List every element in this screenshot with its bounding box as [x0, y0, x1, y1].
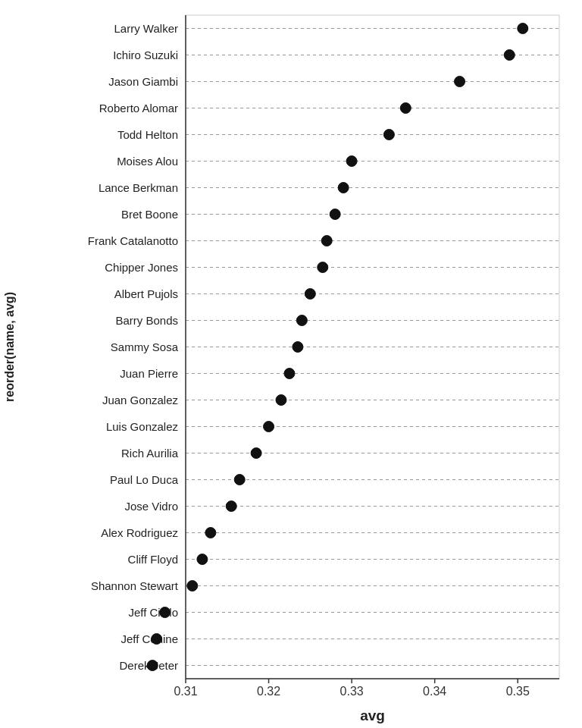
- svg-text:avg: avg: [360, 708, 385, 723]
- svg-point-57: [321, 236, 332, 246]
- svg-point-55: [330, 209, 340, 220]
- svg-text:Chipper Jones: Chipper Jones: [105, 261, 178, 274]
- svg-text:Jose Vidro: Jose Vidro: [124, 500, 178, 513]
- chart-container: 0.310.320.330.340.35avgreorder(name, avg…: [0, 0, 582, 728]
- svg-point-43: [504, 50, 515, 61]
- svg-point-83: [187, 581, 198, 592]
- svg-text:Barry Bonds: Barry Bonds: [115, 314, 178, 327]
- svg-text:Lance Berkman: Lance Berkman: [99, 181, 178, 194]
- svg-text:Ichiro Suzuki: Ichiro Suzuki: [113, 49, 178, 61]
- svg-text:Rich Aurilia: Rich Aurilia: [121, 447, 179, 460]
- svg-text:Shannon Stewart: Shannon Stewart: [91, 579, 179, 592]
- svg-point-63: [296, 315, 307, 326]
- svg-point-85: [160, 607, 171, 618]
- svg-point-73: [251, 448, 261, 459]
- svg-text:Bret Boone: Bret Boone: [121, 208, 178, 221]
- svg-point-77: [226, 501, 236, 512]
- svg-text:Roberto Alomar: Roberto Alomar: [99, 102, 178, 115]
- svg-point-45: [455, 77, 465, 87]
- svg-point-79: [205, 528, 216, 538]
- svg-text:Luis Gonzalez: Luis Gonzalez: [106, 420, 178, 433]
- svg-text:Alex Rodriguez: Alex Rodriguez: [101, 526, 178, 539]
- svg-point-47: [400, 103, 411, 114]
- chart-svg: 0.310.320.330.340.35avgreorder(name, avg…: [0, 0, 582, 728]
- svg-text:0.32: 0.32: [257, 685, 280, 698]
- svg-point-41: [518, 24, 528, 34]
- svg-point-81: [197, 554, 208, 565]
- svg-point-75: [234, 475, 245, 485]
- svg-text:Juan Gonzalez: Juan Gonzalez: [102, 394, 178, 406]
- svg-text:Sammy Sosa: Sammy Sosa: [111, 340, 179, 353]
- svg-point-51: [346, 156, 357, 167]
- svg-text:0.33: 0.33: [340, 685, 364, 698]
- svg-point-67: [284, 369, 295, 379]
- svg-text:Albert Pujols: Albert Pujols: [114, 287, 178, 300]
- svg-point-65: [293, 342, 303, 353]
- svg-text:Jeff Conine: Jeff Conine: [120, 632, 178, 645]
- svg-text:Juan Pierre: Juan Pierre: [120, 367, 178, 380]
- svg-point-71: [264, 422, 274, 432]
- svg-point-53: [338, 183, 349, 193]
- svg-text:Jason Giambi: Jason Giambi: [108, 75, 178, 88]
- svg-point-59: [318, 262, 328, 273]
- svg-point-69: [276, 395, 286, 406]
- svg-text:Larry Walker: Larry Walker: [114, 22, 178, 35]
- svg-text:Moises Alou: Moises Alou: [117, 155, 178, 168]
- svg-text:Paul Lo Duca: Paul Lo Duca: [110, 473, 179, 486]
- svg-point-49: [383, 130, 394, 140]
- svg-text:reorder(name, avg): reorder(name, avg): [3, 292, 16, 402]
- svg-point-87: [152, 634, 162, 645]
- svg-text:0.35: 0.35: [506, 685, 530, 698]
- svg-text:Todd Helton: Todd Helton: [117, 128, 178, 141]
- svg-text:Cliff Floyd: Cliff Floyd: [128, 553, 178, 566]
- svg-point-89: [147, 661, 158, 671]
- svg-text:Jeff Cirillo: Jeff Cirillo: [128, 606, 178, 619]
- svg-text:0.34: 0.34: [423, 685, 446, 698]
- svg-text:0.31: 0.31: [174, 685, 197, 698]
- svg-text:Frank Catalanotto: Frank Catalanotto: [88, 234, 178, 247]
- svg-point-61: [305, 289, 315, 300]
